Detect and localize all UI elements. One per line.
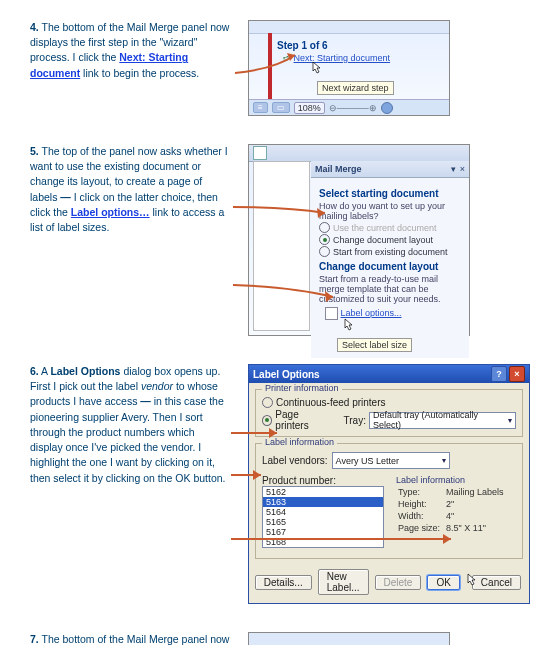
- list-item[interactable]: 5164: [263, 507, 383, 517]
- chevron-down-icon: ▾: [508, 416, 512, 425]
- status-icon: ▭: [272, 102, 290, 113]
- step-4: 4. The bottom of the Mail Merge panel no…: [30, 20, 511, 116]
- step-4-body-b: link to begin the process.: [80, 67, 199, 79]
- printer-info-group: Printer information Continuous-feed prin…: [255, 389, 523, 437]
- link-next-starting-document-shot[interactable]: Next: Starting document: [294, 53, 391, 63]
- new-label-button[interactable]: New Label...: [318, 569, 369, 595]
- status-bar: ≡ ▭ 108% ⊖─────⊕: [249, 99, 449, 115]
- t6ital: vendor: [141, 380, 173, 392]
- step-7-screenshot: Step 2 of 6 ➪ Next: Select recipients ✦ …: [248, 632, 450, 645]
- label-options-dialog: Label Options ? × Printer information Co…: [248, 364, 530, 604]
- bullet-arrow-icon: ➪: [283, 53, 291, 63]
- info-ps-v: 8.5" X 11": [446, 523, 508, 533]
- link-label-options[interactable]: Label options…: [71, 206, 150, 218]
- opt-cont-label: Continuous-feed printers: [276, 397, 386, 408]
- step-5-text: 5. The top of the panel now asks whether…: [30, 144, 230, 235]
- info-type-l: Type:: [398, 487, 444, 497]
- delete-button[interactable]: Delete: [375, 575, 422, 590]
- dialog-titlebar: Label Options ? ×: [249, 365, 529, 383]
- taskpane-title: Mail Merge ▾ ×: [311, 161, 469, 178]
- layout-desc: Start from a ready-to-use mail merge tem…: [319, 274, 461, 304]
- label-info-group: Label information Label vendors: Avery U…: [255, 443, 523, 559]
- t6d: in this case the pioneering supplier Ave…: [30, 395, 226, 483]
- vendors-label: Label vendors:: [262, 455, 328, 466]
- step-7-number: 7.: [30, 633, 39, 645]
- details-button[interactable]: Details...: [255, 575, 312, 590]
- wizard-tooltip: Next wizard step: [317, 81, 394, 95]
- step-6: 6. A Label Options dialog box opens up. …: [30, 364, 511, 604]
- tray-value: Default tray (Automatically Select): [373, 410, 505, 430]
- word-icon: [253, 146, 267, 160]
- task-pane: Mail Merge ▾ × Select starting document …: [311, 161, 469, 335]
- radio-use-current[interactable]: Use the current document: [319, 222, 461, 233]
- step-6-number: 6.: [30, 365, 39, 377]
- document-area: [253, 161, 310, 331]
- ok-button[interactable]: OK: [427, 575, 459, 590]
- tray-label: Tray:: [344, 415, 366, 426]
- label-info-legend: Label information: [262, 437, 337, 447]
- radio-change-layout[interactable]: Change document layout: [319, 234, 461, 245]
- cursor-pointer-icon: [343, 320, 355, 334]
- ribbon-header: [249, 21, 449, 34]
- opt3-label: Start from existing document: [333, 247, 448, 257]
- list-item[interactable]: 5162: [263, 487, 383, 497]
- panel-header: [249, 145, 469, 162]
- cursor-pointer-icon: [311, 63, 323, 77]
- link-label-options-shot[interactable]: Label options...: [341, 308, 402, 318]
- taskpane-title-text: Mail Merge: [315, 164, 362, 174]
- t7a: The bottom of the Mail Merge panel now i…: [30, 633, 229, 645]
- t6bolda: Label Options: [50, 365, 120, 377]
- label-details-title: Label information: [396, 475, 510, 485]
- list-item[interactable]: 5163: [263, 497, 383, 507]
- list-item[interactable]: 5165: [263, 517, 383, 527]
- radio-page[interactable]: Page printers Tray: Default tray (Automa…: [262, 409, 516, 431]
- product-number-block: Product number: 516251635164516551675168: [262, 475, 384, 548]
- status-icon: ≡: [253, 102, 268, 113]
- help-button[interactable]: ?: [491, 366, 507, 382]
- info-type-v: Mailing Labels: [446, 487, 508, 497]
- ribbon-header: [249, 633, 449, 645]
- radio-from-existing[interactable]: Start from existing document: [319, 246, 461, 257]
- vendors-value: Avery US Letter: [336, 456, 399, 466]
- taskpane-body: Select starting document How do you want…: [311, 178, 469, 358]
- cancel-button[interactable]: Cancel: [472, 575, 521, 590]
- status-dot: [381, 102, 393, 114]
- step-6-text: 6. A Label Options dialog box opens up. …: [30, 364, 230, 486]
- section-change-layout: Change document layout: [319, 261, 461, 272]
- step-4-screenshot: Step 1 of 6 ➪ Next: Starting document Ne…: [248, 20, 450, 116]
- radio-continuous[interactable]: Continuous-feed printers: [262, 397, 516, 408]
- step-4-number: 4.: [30, 21, 39, 33]
- list-item[interactable]: 5168: [263, 537, 383, 547]
- close-button[interactable]: ×: [509, 366, 525, 382]
- tray-select[interactable]: Default tray (Automatically Select)▾: [369, 412, 516, 429]
- red-margin-stripe: [268, 33, 272, 100]
- step-7: 7. The bottom of the Mail Merge panel no…: [30, 632, 511, 645]
- dialog-buttons: Details... New Label... Delete OK Cancel: [249, 565, 529, 603]
- chevron-down-icon[interactable]: ▾: [451, 164, 456, 174]
- wizard-pane: Step 1 of 6 ➪ Next: Starting document Ne…: [275, 34, 439, 99]
- step-5-screenshot: Mail Merge ▾ × Select starting document …: [248, 144, 470, 336]
- close-icon[interactable]: ×: [460, 164, 465, 174]
- printer-info-legend: Printer information: [262, 383, 342, 393]
- vendors-select[interactable]: Avery US Letter▾: [332, 452, 450, 469]
- step-5: 5. The top of the panel now asks whether…: [30, 144, 511, 336]
- info-w-v: 4": [446, 511, 508, 521]
- chevron-down-icon: ▾: [442, 456, 446, 465]
- wizard-step-label: Step 1 of 6: [277, 40, 437, 51]
- step-4-text: 4. The bottom of the Mail Merge panel no…: [30, 20, 230, 81]
- list-item[interactable]: 5167: [263, 527, 383, 537]
- zoom-percent[interactable]: 108%: [294, 102, 325, 114]
- info-w-l: Width:: [398, 511, 444, 521]
- product-number-label: Product number:: [262, 475, 384, 486]
- step-5-number: 5.: [30, 145, 39, 157]
- opt-page-label: Page printers: [275, 409, 330, 431]
- section-select-document: Select starting document: [319, 188, 461, 199]
- label-details: Label information Type:Mailing Labels He…: [396, 475, 510, 535]
- product-listbox[interactable]: 516251635164516551675168: [262, 486, 384, 548]
- label-tooltip: Select label size: [337, 338, 412, 352]
- dialog-title: Label Options: [253, 369, 320, 380]
- t6boldb: —: [140, 395, 151, 407]
- step-7-text: 7. The bottom of the Mail Merge panel no…: [30, 632, 230, 645]
- opt1-label: Use the current document: [333, 223, 437, 233]
- question-text: How do you want to set up your mailing l…: [319, 201, 461, 221]
